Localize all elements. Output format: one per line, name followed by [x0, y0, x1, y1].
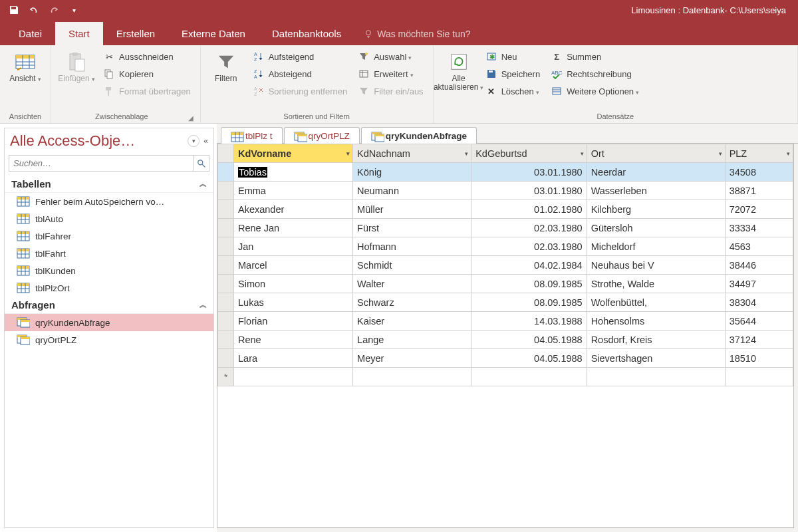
cell[interactable]: Neumann [353, 182, 471, 200]
cell[interactable]: 34497 [725, 275, 793, 293]
save-button[interactable] [5, 2, 23, 18]
selection-filter-button[interactable]: Auswahl [355, 49, 426, 64]
row-selector[interactable]: * [218, 368, 234, 386]
row-selector[interactable] [218, 293, 234, 312]
row-selector[interactable] [218, 182, 234, 200]
cell[interactable] [587, 368, 725, 386]
cell[interactable]: Marcel [234, 256, 353, 275]
clear-sort-button[interactable]: AZSortierung entfernen [250, 84, 350, 98]
cell[interactable]: Rosdorf, Kreis [587, 331, 725, 349]
column-header[interactable]: KdVorname▾ [234, 144, 353, 163]
cell[interactable]: Rene [234, 331, 353, 349]
cell[interactable]: 04.05.1988 [471, 331, 587, 349]
cell[interactable]: Schwarz [353, 293, 471, 312]
cell[interactable]: 02.03.1980 [471, 219, 587, 237]
cell[interactable]: Lukas [234, 293, 353, 312]
cell[interactable]: Kaiser [353, 312, 471, 331]
nav-table-item[interactable]: Fehler beim AutoSpeichern vo… [5, 193, 213, 210]
column-dropdown-icon[interactable]: ▾ [465, 150, 468, 157]
nav-search-input[interactable] [9, 156, 193, 171]
tab-home[interactable]: Start [55, 22, 103, 45]
cell[interactable]: 38446 [725, 256, 793, 275]
cell[interactable] [471, 368, 587, 386]
advanced-filter-button[interactable]: Erweitert [355, 66, 426, 81]
nav-menu-button[interactable]: ▾ [188, 135, 200, 147]
document-tab[interactable]: qryKundenAbfrage [361, 127, 477, 144]
column-dropdown-icon[interactable]: ▾ [719, 150, 722, 157]
tab-external-data[interactable]: Externe Daten [168, 22, 259, 45]
cell[interactable]: Tobias [234, 163, 353, 182]
spelling-button[interactable]: ABCRechtschreibung [548, 66, 642, 81]
row-selector[interactable] [218, 275, 234, 293]
paste-button[interactable]: Einfügen [55, 48, 98, 86]
nav-table-item[interactable]: tblPlzOrt [5, 279, 213, 297]
delete-record-button[interactable]: ✕Löschen [483, 84, 543, 98]
document-tab[interactable]: qryOrtPLZ [284, 127, 360, 144]
cell[interactable]: Neuhaus bei V [587, 256, 725, 275]
cell[interactable]: König [353, 163, 471, 182]
column-dropdown-icon[interactable]: ▾ [787, 150, 790, 157]
cell[interactable]: Müller [353, 200, 471, 219]
cell[interactable]: Strothe, Walde [587, 275, 725, 293]
row-selector[interactable] [218, 163, 234, 182]
cell[interactable]: 04.05.1988 [471, 349, 587, 368]
refresh-all-button[interactable]: Alle aktualisieren [438, 48, 480, 94]
column-dropdown-icon[interactable]: ▾ [346, 150, 350, 157]
cell[interactable]: 38871 [725, 182, 793, 200]
row-selector[interactable] [218, 237, 234, 256]
cell[interactable]: Florian [234, 312, 353, 331]
cell[interactable]: Akexander [234, 200, 353, 219]
cell[interactable]: Hohensolms [587, 312, 725, 331]
nav-group-tables[interactable]: Tabellen ︽ [5, 176, 213, 193]
column-header[interactable]: Ort▾ [587, 144, 725, 163]
tab-database-tools[interactable]: Datenbanktools [259, 22, 354, 45]
cell[interactable]: 18510 [725, 349, 793, 368]
cell[interactable]: Schmidt [353, 256, 471, 275]
more-options-button[interactable]: Weitere Optionen [548, 84, 642, 98]
row-selector[interactable] [218, 312, 234, 331]
cell[interactable]: 08.09.1985 [471, 293, 587, 312]
cell[interactable]: Micheldorf [587, 237, 725, 256]
column-header[interactable]: KdGeburtsd▾ [471, 144, 587, 163]
row-selector[interactable] [218, 256, 234, 275]
cell[interactable]: 04.02.1984 [471, 256, 587, 275]
qat-customize[interactable]: ▾ [65, 2, 82, 18]
cell[interactable] [234, 368, 353, 386]
cell[interactable]: Wolfenbüttel, [587, 293, 725, 312]
row-selector[interactable] [218, 200, 234, 219]
save-record-button[interactable]: Speichern [483, 66, 543, 81]
nav-title[interactable]: Alle Access-Obje… [10, 132, 188, 150]
cell[interactable]: Simon [234, 275, 353, 293]
column-header[interactable]: PLZ▾ [725, 144, 793, 163]
new-record-button[interactable]: ✱Neu [483, 49, 543, 64]
cell[interactable]: 37124 [725, 331, 793, 349]
cell[interactable]: Hofmann [353, 237, 471, 256]
cell[interactable]: Kilchberg [587, 200, 725, 219]
cell[interactable]: Gütersloh [587, 219, 725, 237]
column-dropdown-icon[interactable]: ▾ [581, 150, 584, 157]
cell[interactable]: 02.03.1980 [471, 237, 587, 256]
cell[interactable] [353, 368, 471, 386]
tell-me-search[interactable]: Was möchten Sie tun? [354, 23, 479, 45]
cell[interactable]: Fürst [353, 219, 471, 237]
totals-button[interactable]: ΣSummen [548, 49, 642, 64]
column-header[interactable]: KdNachnam▾ [353, 144, 471, 163]
row-selector[interactable] [218, 219, 234, 237]
tab-create[interactable]: Erstellen [103, 22, 168, 45]
filter-button[interactable]: Filtern [205, 48, 247, 86]
toggle-filter-button[interactable]: Filter ein/aus [355, 84, 426, 98]
sort-desc-button[interactable]: ZAAbsteigend [250, 66, 350, 81]
nav-table-item[interactable]: tblFahrt [5, 245, 213, 262]
cell[interactable]: Lange [353, 331, 471, 349]
cell[interactable]: 72072 [725, 200, 793, 219]
datasheet[interactable]: KdVorname▾KdNachnam▾KdGeburtsd▾Ort▾PLZ▾ … [217, 144, 794, 528]
document-tab[interactable]: tblPlz t [221, 127, 283, 144]
cut-button[interactable]: ✂Ausschneiden [100, 49, 194, 64]
cell[interactable]: 35644 [725, 312, 793, 331]
cell[interactable]: Lara [234, 349, 353, 368]
nav-search-button[interactable] [193, 156, 209, 171]
cell[interactable] [725, 368, 793, 386]
cell[interactable]: 14.03.1988 [471, 312, 587, 331]
tab-file[interactable]: Datei [5, 22, 55, 45]
sort-asc-button[interactable]: AZAufsteigend [250, 49, 350, 64]
